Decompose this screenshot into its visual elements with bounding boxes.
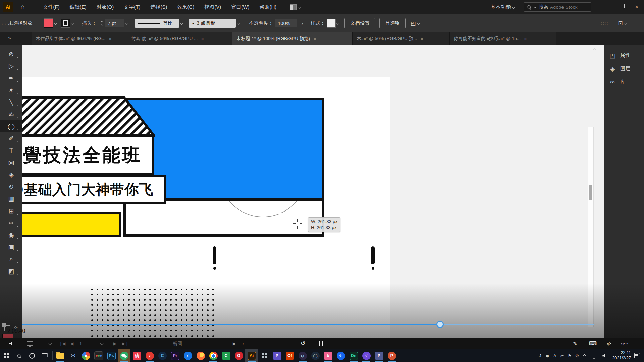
menu-item-4[interactable]: 选择(S): [145, 0, 172, 14]
artwork-exclamation-bar[interactable]: [371, 246, 375, 264]
chevron-down-icon[interactable]: [125, 22, 129, 25]
touch-workspace-icon[interactable]: ∷∷: [601, 20, 608, 26]
close-button[interactable]: ×: [629, 0, 644, 14]
stock-search-input[interactable]: 搜索 Adobe Stock: [524, 2, 591, 12]
artwork-exclamation-bar[interactable]: [213, 246, 216, 264]
stroke-color-swatch[interactable]: [61, 19, 70, 27]
menu-item-6[interactable]: 视图(V): [199, 0, 226, 14]
isolate-selection-icon[interactable]: ◰: [411, 20, 416, 26]
eyedropper-tool[interactable]: ✑: [0, 217, 22, 229]
shape-builder-tool[interactable]: ⊞: [0, 205, 22, 217]
menu-item-0[interactable]: 文件(F): [38, 0, 64, 14]
taskbar-app-file-explorer[interactable]: [54, 349, 67, 362]
zoom-tool[interactable]: ⌕: [0, 253, 22, 265]
taskbar-app-cctalk[interactable]: C: [156, 349, 169, 362]
chevron-down-icon[interactable]: [336, 22, 340, 25]
restore-button[interactable]: [614, 0, 629, 14]
pause-button[interactable]: [318, 338, 323, 349]
taskbar-app-opera[interactable]: O: [232, 349, 245, 362]
toolbar-expand-icon[interactable]: »: [8, 35, 11, 41]
taskbar-app-chrome[interactable]: [207, 349, 220, 362]
tray-volume-icon[interactable]: [602, 354, 605, 358]
screen-mode-icon[interactable]: [27, 341, 33, 346]
volume-icon[interactable]: [9, 342, 12, 346]
tab-close-icon[interactable]: ×: [420, 36, 423, 42]
chevron-down-icon[interactable]: [417, 22, 420, 25]
collapse-left-icon[interactable]: ‹: [242, 338, 244, 349]
taskbar-app-dimension[interactable]: Dn: [347, 349, 360, 362]
next-artboard-icon[interactable]: ▶: [113, 338, 116, 349]
chevron-down-icon[interactable]: [624, 22, 627, 25]
document-tab-3[interactable]: 木.ai* @ 50% (RGB/GPU 预...×: [353, 32, 450, 45]
cortana-button[interactable]: [25, 349, 38, 362]
chevron-down-icon[interactable]: [298, 5, 301, 9]
taskbar-app-illustrator[interactable]: Ai: [245, 349, 258, 362]
artwork-striped-banner[interactable]: [22, 96, 155, 137]
scrollbar-thumb[interactable]: [589, 185, 592, 200]
tab-close-icon[interactable]: ×: [313, 36, 316, 42]
menu-item-5[interactable]: 效果(C): [172, 0, 199, 14]
taskbar-app-remote-grid-app[interactable]: [258, 349, 271, 362]
opacity-label[interactable]: 不透明度：: [249, 20, 273, 26]
menu-item-8[interactable]: 帮助(H): [254, 0, 281, 14]
taskbar-app-blue-bird-app[interactable]: ✈: [334, 349, 347, 362]
style-swatch[interactable]: [327, 19, 335, 27]
sogou-avatar-icon[interactable]: ☻: [544, 353, 551, 358]
chevron-down-icon[interactable]: [237, 22, 240, 25]
curvature-tool[interactable]: ✍: [0, 108, 22, 120]
more-options-icon[interactable]: ⋯: [623, 338, 629, 349]
chevron-down-icon[interactable]: [512, 5, 515, 9]
taskbar-app-camtasia[interactable]: C: [220, 349, 232, 362]
network-icon[interactable]: [591, 354, 597, 358]
progress-bar-played[interactable]: [22, 324, 439, 325]
rotate-view-tool[interactable]: ↻: [0, 181, 22, 193]
panel-tab-properties[interactable]: ◳属性: [604, 49, 644, 62]
taskbar-app-obs-studio[interactable]: ⊙: [296, 349, 309, 362]
notes-pencil-icon[interactable]: ✎: [573, 338, 577, 349]
progress-handle[interactable]: [436, 321, 444, 328]
opacity-value[interactable]: 100%: [275, 19, 297, 27]
taskbar-clock[interactable]: 22:11 2021/2/27: [612, 350, 631, 361]
taskbar-app-office-app[interactable]: Of: [283, 349, 296, 362]
sogou-cut-icon[interactable]: ✂: [558, 353, 566, 358]
width-profile-select[interactable]: 等比: [135, 19, 179, 28]
play-icon[interactable]: ▶: [233, 338, 236, 349]
artboard-tool[interactable]: ▣: [0, 241, 22, 253]
tray-expand-icon[interactable]: [583, 354, 586, 357]
document-tab-1[interactable]: 封套-鹿.ai* @ 50% (RGB/GPU ...×: [127, 32, 232, 45]
home-icon[interactable]: ⌂: [21, 3, 24, 11]
menu-list-icon[interactable]: ≡: [635, 20, 639, 27]
taskbar-app-firefox[interactable]: [194, 349, 207, 362]
taskbar-search-button[interactable]: [13, 349, 25, 362]
tab-close-icon[interactable]: ×: [109, 36, 112, 42]
type-tool[interactable]: T: [0, 144, 22, 157]
taskbar-app-pink-video-app[interactable]: b: [322, 349, 334, 362]
brush-select[interactable]: • 3 点圆形: [189, 19, 236, 28]
taskbar-app-photoshop[interactable]: Ps: [105, 349, 118, 362]
ime-indicator[interactable]: J: [536, 353, 544, 358]
taskbar-app-wechat[interactable]: [118, 349, 130, 362]
tab-close-icon[interactable]: ×: [524, 36, 527, 42]
keyboard-icon[interactable]: ⌨: [589, 338, 597, 349]
document-tab-4[interactable]: 你可能不知道的ai技巧.ai* @ 15...×: [450, 32, 556, 45]
menu-item-2[interactable]: 对象(O): [92, 0, 119, 14]
panel-grip[interactable]: ⋮⋮: [1, 23, 4, 24]
panel-layout-icon[interactable]: ⊡: [618, 20, 623, 27]
menu-item-1[interactable]: 编辑(E): [65, 0, 92, 14]
shrink-player-icon[interactable]: ⇵: [607, 338, 611, 349]
magic-wand-tool[interactable]: ✶: [0, 84, 22, 96]
stroke-weight-stepper[interactable]: [100, 21, 104, 25]
chevron-down-icon[interactable]: [70, 22, 74, 25]
taskbar-app-netease-music[interactable]: ♪: [143, 349, 156, 362]
stroke-weight-value[interactable]: 7 pt: [105, 19, 124, 27]
panel-tab-libraries[interactable]: ∞库: [604, 75, 644, 89]
chevron-down-icon[interactable]: [100, 342, 104, 345]
stroke-weight-label[interactable]: 描边：: [82, 20, 97, 26]
artwork-subline-box[interactable]: 0基础入门大神带你飞: [22, 175, 166, 204]
taskbar-app-powerpoint[interactable]: P: [385, 349, 398, 362]
taskbar-app-thunder-blue[interactable]: ⚡: [181, 349, 194, 362]
artwork-yellow-rectangle[interactable]: [22, 212, 121, 237]
artwork-headline-box[interactable]: 覺技法全能班: [22, 135, 154, 175]
symbol-sprayer-tool[interactable]: ◉: [0, 229, 22, 241]
menu-item-3[interactable]: 文字(T): [119, 0, 145, 14]
